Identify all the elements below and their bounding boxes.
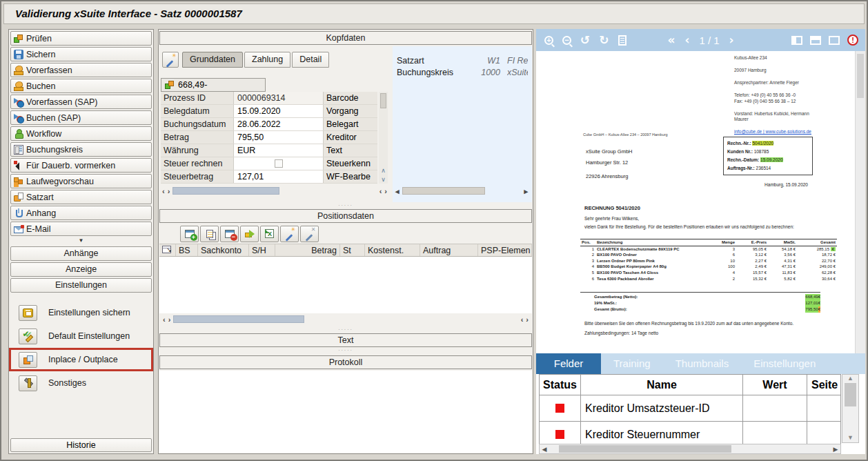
field-input-prozess-id[interactable]: 0000069314 — [234, 92, 324, 104]
scroll-right-icon[interactable]: › — [384, 186, 387, 196]
fields-column-wert[interactable]: Wert — [743, 375, 807, 395]
field-input-belegdatum[interactable]: 15.09.2020 — [234, 105, 324, 117]
positionsdaten-body[interactable] — [159, 257, 532, 313]
fields-column-seite[interactable]: Seite — [807, 375, 841, 395]
fields-column-name[interactable]: Name — [581, 375, 743, 395]
positionsdaten-header[interactable]: Positionsdaten — [159, 209, 532, 223]
fields-vertical-scrollbar[interactable]: ∧ ∨ — [379, 92, 388, 184]
name-cell[interactable]: Kreditor Umsatzsteuer-ID — [581, 395, 743, 421]
sidebar-group-anh-nge[interactable]: Anhänge — [10, 246, 152, 261]
settings-item-inplace-outplace[interactable]: Inplace / Outplace — [9, 348, 153, 371]
scroll-left-icon[interactable]: ‹ — [379, 186, 382, 196]
scroll-right-icon[interactable]: › — [168, 315, 171, 324]
sidebar-item-workflow[interactable]: Workflow — [10, 126, 152, 141]
sidebar-item-pr-fen[interactable]: Prüfen — [10, 31, 152, 46]
zoom-out-icon[interactable]: − — [562, 36, 571, 45]
single-view-icon[interactable] — [829, 36, 840, 45]
floppy-yellow-button[interactable] — [19, 305, 37, 321]
sidebar-item-e-mail[interactable]: E-Mail — [10, 222, 152, 236]
prev-page-icon[interactable]: ‹ — [684, 33, 689, 47]
checkbox[interactable] — [275, 159, 283, 168]
scrollbar-thumb[interactable] — [380, 93, 386, 108]
wand-button[interactable] — [280, 226, 299, 242]
column-header-bs[interactable]: BS — [176, 244, 198, 256]
fit-page-icon[interactable] — [618, 35, 627, 46]
field-input-buchungsdatum[interactable]: 28.06.2022 — [234, 118, 324, 130]
sidebar-item-buchen[interactable]: Buchen — [10, 79, 152, 93]
field-input-steuer-rechnen[interactable] — [234, 157, 324, 170]
first-page-icon[interactable]: « — [667, 33, 675, 47]
settings-item-default-einstellungen[interactable]: Default Einstellungen — [9, 324, 153, 348]
zoom-in-icon[interactable]: + — [544, 36, 553, 45]
sidebar-item-vorerfassen-sap-[interactable]: Vorerfassen (SAP) — [10, 95, 152, 109]
settings-item-sonstiges[interactable]: Sonstiges — [9, 371, 153, 395]
splitter[interactable]: ····· — [159, 349, 532, 353]
protokoll-section-header[interactable]: Protokoll — [159, 355, 532, 369]
copy-button[interactable] — [200, 226, 219, 242]
sidebar-item-laufwegvorschau[interactable]: Laufwegvorschau — [10, 174, 152, 188]
scroll-left-icon[interactable]: ◂ — [395, 186, 400, 196]
sidebar-item-f-r-dauerb-vormerken[interactable]: Für Dauerb. vormerken — [10, 158, 152, 173]
field-input-betrag[interactable]: 795,50 — [234, 131, 324, 144]
field-input-w-hrung[interactable]: EUR — [234, 144, 324, 157]
tab-thumbnails[interactable]: Thumbnails — [663, 353, 742, 374]
rotate-left-icon[interactable]: ↺ — [580, 33, 590, 47]
splitter[interactable]: ····· — [159, 328, 532, 332]
sidebar-item-buchungskreis[interactable]: Buchungskreis — [10, 142, 152, 157]
column-header-st[interactable]: St — [340, 244, 365, 256]
summary-row[interactable]: Buchungskreis1000xSuite — [393, 66, 532, 78]
wert-cell[interactable] — [743, 395, 807, 421]
historie-button[interactable]: Historie — [10, 438, 152, 452]
sidebar-item-satzart[interactable]: Satzart — [10, 190, 152, 204]
scroll-left-icon[interactable]: ‹ — [162, 186, 165, 196]
sidebar-item-sichern[interactable]: Sichern — [10, 47, 152, 61]
scrollbar-thumb[interactable] — [857, 54, 864, 98]
scroll-right-icon[interactable]: ▸ — [524, 186, 528, 196]
splitter[interactable]: ····· — [159, 204, 532, 208]
fields-column-status[interactable]: Status — [540, 375, 581, 395]
tab-einstellungen[interactable]: Einstellungen — [741, 353, 828, 374]
scroll-down-icon[interactable]: ▼ — [842, 434, 858, 441]
scroll-left-icon[interactable]: ◀ — [540, 446, 549, 453]
split-vertical-icon[interactable] — [791, 36, 802, 45]
scrollbar-thumb[interactable] — [173, 315, 304, 323]
excel-button[interactable] — [260, 226, 279, 242]
column-header-betrag[interactable]: Betrag — [275, 244, 340, 256]
tab-training[interactable]: Training — [601, 353, 663, 374]
scroll-up-icon[interactable]: ▲ — [847, 375, 854, 382]
inplace-button[interactable] — [19, 352, 37, 368]
split-horizontal-icon[interactable] — [810, 36, 821, 45]
column-header-auftrag[interactable]: Auftrag — [420, 244, 478, 256]
scroll-left-icon[interactable]: ‹ — [163, 315, 166, 324]
scrollbar-thumb[interactable] — [402, 187, 485, 195]
kopfdaten-header[interactable]: Kopfdaten — [159, 31, 532, 45]
column-header-psp-elemen[interactable]: PSP-Elemen — [478, 244, 532, 256]
text-section-header[interactable]: Text — [159, 333, 532, 347]
scroll-right-icon[interactable]: › — [526, 315, 529, 324]
scroll-left-icon[interactable]: ‹ — [521, 315, 524, 324]
scrollbar-thumb[interactable] — [845, 383, 856, 406]
tools-button[interactable] — [19, 375, 37, 391]
settings-item-einstellungen-sichern[interactable]: Einstellungen sichern — [9, 301, 153, 324]
row-selector-column[interactable] — [159, 244, 176, 256]
scroll-right-icon[interactable]: › — [168, 186, 170, 196]
amount-tab[interactable]: 668,49- — [161, 78, 266, 92]
document-vertical-scrollbar[interactable] — [855, 51, 865, 353]
summary-row[interactable]: SatzartW1FI Rec — [393, 55, 532, 66]
tab-felder[interactable]: Felder — [536, 353, 601, 374]
rotate-right-icon[interactable]: ↻ — [599, 33, 609, 47]
autofill-wand-button[interactable] — [162, 52, 179, 68]
summary-horizontal-scrollbar[interactable]: ◂ ▸ — [395, 186, 528, 196]
scrollbar-thumb[interactable] — [172, 187, 279, 195]
sidebar-more-arrow[interactable]: ▼ — [9, 236, 153, 245]
column-header-kostenst-[interactable]: Kostenst. — [365, 244, 420, 256]
fields-horizontal-scrollbar[interactable]: ◀ ▶ — [539, 444, 841, 454]
sidebar-group-einstellungen[interactable]: Einstellungen — [10, 278, 152, 293]
column-header-s-h[interactable]: S/H — [249, 244, 275, 256]
sidebar-group-anzeige[interactable]: Anzeige — [10, 262, 152, 277]
column-header-sachkonto[interactable]: Sachkonto — [198, 244, 249, 256]
sidebar-item-anhang[interactable]: Anhang — [10, 206, 152, 220]
fields-horizontal-scrollbar[interactable]: ‹ › ‹ › — [162, 186, 387, 196]
remove-row-button[interactable] — [220, 226, 239, 242]
seite-cell[interactable] — [807, 395, 841, 421]
